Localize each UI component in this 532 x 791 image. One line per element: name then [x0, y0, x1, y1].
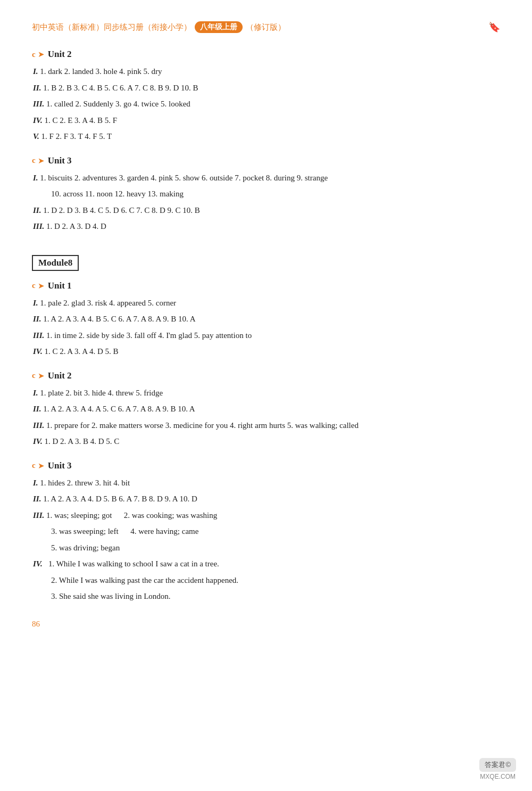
module8-unit3-title: c ➤ Unit 3: [32, 460, 500, 471]
module7-unit2-answer-V: V. 1. F 2. F 3. T 4. F 5. T: [32, 130, 500, 144]
c-label-m8u2: c: [32, 371, 36, 380]
module8-unit1-title: c ➤ Unit 1: [32, 281, 500, 291]
label-III: III.: [33, 100, 46, 108]
label-I-m8u2: I.: [33, 389, 40, 397]
module8-unit2-answer-II: II. 1. A 2. A 3. A 4. A 5. C 6. A 7. A 8…: [32, 402, 500, 416]
module7-unit2-answer-III: III. 1. called 2. Suddenly 3. go 4. twic…: [32, 97, 500, 111]
watermark: 答案君© MXQE.COM: [479, 758, 516, 780]
module8-unit3-answer-IV-2: 2. While I was walking past the car the …: [32, 574, 500, 588]
page-number: 86: [32, 620, 500, 629]
module8-unit3-answer-II: II. 1. A 2. A 3. A 4. D 5. B 6. A 7. B 8…: [32, 492, 500, 506]
label-IV: IV.: [33, 116, 44, 125]
label-II-m8u2: II.: [33, 405, 43, 413]
module7-unit3-section: c ➤ Unit 3 I. 1. biscuits 2. adventures …: [32, 155, 500, 234]
module7-unit3-title: c ➤ Unit 3: [32, 155, 500, 166]
label-III-u3: III.: [33, 222, 46, 230]
watermark-url: MXQE.COM: [480, 773, 516, 780]
module7-unit2-answer-II: II. 1. B 2. B 3. C 4. B 5. C 6. A 7. C 8…: [32, 81, 500, 95]
label-II-m8u1: II.: [33, 315, 43, 323]
label-III-m8u3: III.: [33, 511, 46, 520]
label-V: V.: [33, 132, 41, 141]
c-label-u3: c: [32, 156, 36, 165]
arrow-icon: ➤: [38, 50, 45, 59]
module8-unit1-answer-I: I. 1. pale 2. glad 3. risk 4. appeared 5…: [32, 296, 500, 310]
module8-unit2-answer-IV: IV. 1. D 2. A 3. B 4. D 5. C: [32, 435, 500, 449]
label-I: I.: [33, 67, 40, 76]
label-IV-m8u1: IV.: [33, 347, 44, 356]
module8-unit3-answer-III-5: 5. was driving; began: [32, 541, 500, 555]
module7-unit2-title: c ➤ Unit 2: [32, 49, 500, 60]
module8-unit3-name: Unit 3: [48, 460, 72, 471]
label-III-m8u1: III.: [33, 331, 46, 340]
label-II: II.: [33, 84, 43, 92]
module8-unit1-answer-III: III. 1. in time 2. side by side 3. fall …: [32, 329, 500, 343]
module8-unit1-name: Unit 1: [48, 281, 72, 291]
watermark-box: 答案君©: [479, 758, 516, 772]
module8-unit1-answer-II: II. 1. A 2. A 3. A 4. B 5. C 6. A 7. A 8…: [32, 312, 500, 326]
module8-unit3-answer-III: III. 1. was; sleeping; got 2. was cookin…: [32, 509, 500, 523]
module7-unit3-answer-I-cont: 10. across 11. noon 12. heavy 13. making: [32, 187, 500, 201]
page-header: 初中英语（新标准）同步练习册（衔接小学） 八年级上册 （修订版） 🔖: [32, 21, 500, 33]
module8-unit2-name: Unit 2: [48, 370, 72, 381]
c-label: c: [32, 50, 36, 59]
module8-unit3-answer-I: I. 1. hides 2. threw 3. hit 4. bit: [32, 476, 500, 490]
module7-unit3-answer-III: III. 1. D 2. A 3. D 4. D: [32, 220, 500, 234]
module7-unit3-answer-I: I. 1. biscuits 2. adventures 3. garden 4…: [32, 171, 500, 185]
arrow-icon-m8u3: ➤: [38, 461, 45, 471]
module7-unit3-answer-II: II. 1. D 2. D 3. B 4. C 5. D 6. C 7. C 8…: [32, 204, 500, 218]
module8-unit3-answer-IV: IV. 1. While I was walking to school I s…: [32, 557, 500, 571]
label-II-u3: II.: [33, 206, 43, 215]
module7-unit2-section: c ➤ Unit 2 I. 1. dark 2. landed 3. hole …: [32, 49, 500, 144]
module7-unit2-name: Unit 2: [48, 49, 72, 60]
label-I-u3: I.: [33, 174, 40, 182]
label-IV-m8u2: IV.: [33, 437, 44, 446]
book-icon: 🔖: [488, 21, 500, 33]
module8-unit3-section: c ➤ Unit 3 I. 1. hides 2. threw 3. hit 4…: [32, 460, 500, 604]
module7-unit2-answer-IV: IV. 1. C 2. E 3. A 4. B 5. F: [32, 114, 500, 128]
header-revised: （修订版）: [246, 22, 286, 32]
module8-unit2-answer-III: III. 1. prepare for 2. make matters wors…: [32, 419, 500, 433]
c-label-m8u1: c: [32, 281, 36, 290]
label-I-m8u1: I.: [33, 299, 40, 307]
arrow-icon-m8u2: ➤: [38, 371, 45, 381]
header-badge: 八年级上册: [195, 21, 243, 33]
arrow-icon-m8u1: ➤: [38, 281, 45, 291]
module8-unit1-section: c ➤ Unit 1 I. 1. pale 2. glad 3. risk 4.…: [32, 281, 500, 359]
module8-unit1-answer-IV: IV. 1. C 2. A 3. A 4. D 5. B: [32, 345, 500, 359]
c-label-m8u3: c: [32, 461, 36, 470]
module8-box: Module8: [32, 255, 79, 271]
header-chinese-title: 初中英语（新标准）同步练习册（衔接小学）: [32, 22, 192, 32]
module7-unit2-answer-I: I. 1. dark 2. landed 3. hole 4. pink 5. …: [32, 65, 500, 79]
module8-unit2-title: c ➤ Unit 2: [32, 370, 500, 381]
module8-unit2-section: c ➤ Unit 2 I. 1. plate 2. bit 3. hide 4.…: [32, 370, 500, 449]
label-IV-m8u3: IV.: [33, 559, 43, 568]
label-III-m8u2: III.: [33, 421, 46, 430]
label-I-m8u3: I.: [33, 479, 40, 487]
label-II-m8u3: II.: [33, 495, 43, 503]
module8-unit2-answer-I: I. 1. plate 2. bit 3. hide 4. threw 5. f…: [32, 386, 500, 400]
module7-unit3-name: Unit 3: [48, 155, 72, 166]
module8-unit3-answer-IV-3: 3. She said she was living in London.: [32, 590, 500, 604]
arrow-icon-u3: ➤: [38, 156, 45, 166]
module8-unit3-answer-III-3-4: 3. was sweeping; left 4. were having; ca…: [32, 525, 500, 539]
